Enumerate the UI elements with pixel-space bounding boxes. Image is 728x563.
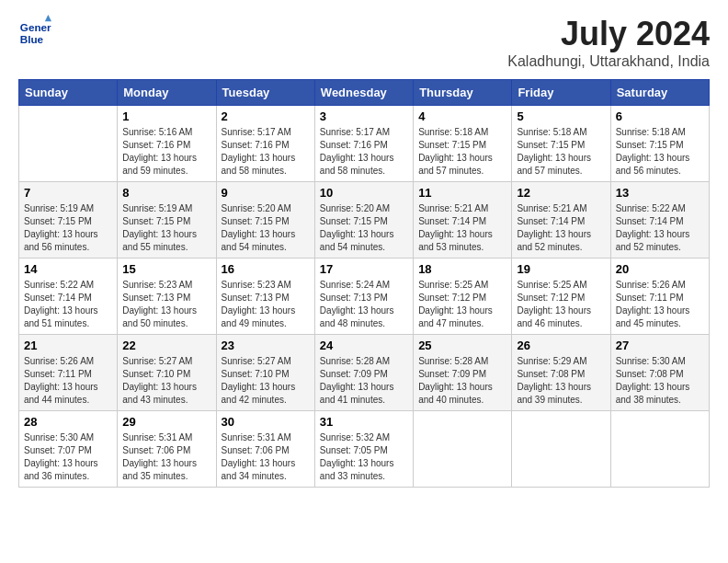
calendar-day-cell: 31Sunrise: 5:32 AMSunset: 7:05 PMDayligh… [314, 411, 413, 488]
day-info: Sunrise: 5:22 AMSunset: 7:14 PMDaylight:… [24, 279, 112, 330]
calendar-day-cell [19, 106, 118, 182]
calendar-week-row: 14Sunrise: 5:22 AMSunset: 7:14 PMDayligh… [19, 259, 710, 335]
calendar-day-cell: 24Sunrise: 5:28 AMSunset: 7:09 PMDayligh… [314, 335, 413, 411]
day-number: 19 [517, 262, 605, 276]
day-info: Sunrise: 5:16 AMSunset: 7:16 PMDaylight:… [122, 126, 210, 178]
header: General Blue July 2024 Kaladhungi, Uttar… [18, 15, 710, 70]
day-info: Sunrise: 5:21 AMSunset: 7:14 PMDaylight:… [418, 202, 506, 254]
day-info: Sunrise: 5:31 AMSunset: 7:06 PMDaylight:… [222, 431, 310, 483]
day-info: Sunrise: 5:19 AMSunset: 7:15 PMDaylight:… [24, 202, 112, 254]
calendar-table: SundayMondayTuesdayWednesdayThursdayFrid… [18, 79, 710, 488]
day-number: 11 [418, 186, 506, 200]
day-info: Sunrise: 5:30 AMSunset: 7:07 PMDaylight:… [24, 431, 112, 483]
day-info: Sunrise: 5:17 AMSunset: 7:16 PMDaylight:… [320, 126, 408, 178]
day-number: 13 [616, 186, 704, 200]
svg-text:Blue: Blue [20, 33, 44, 45]
day-number: 16 [222, 262, 310, 276]
calendar-week-row: 21Sunrise: 5:26 AMSunset: 7:11 PMDayligh… [19, 335, 710, 411]
calendar-day-cell: 30Sunrise: 5:31 AMSunset: 7:06 PMDayligh… [216, 411, 314, 488]
day-info: Sunrise: 5:29 AMSunset: 7:08 PMDaylight:… [517, 355, 605, 407]
calendar-day-cell: 18Sunrise: 5:25 AMSunset: 7:12 PMDayligh… [414, 259, 512, 335]
day-number: 26 [517, 339, 605, 352]
day-number: 24 [320, 339, 408, 352]
day-info: Sunrise: 5:18 AMSunset: 7:15 PMDaylight:… [418, 126, 506, 178]
day-info: Sunrise: 5:22 AMSunset: 7:14 PMDaylight:… [616, 202, 704, 254]
calendar-day-cell [610, 411, 709, 488]
calendar-day-cell: 7Sunrise: 5:19 AMSunset: 7:15 PMDaylight… [19, 182, 118, 259]
day-number: 28 [24, 415, 112, 429]
day-info: Sunrise: 5:26 AMSunset: 7:11 PMDaylight:… [616, 279, 704, 330]
calendar-day-cell: 2Sunrise: 5:17 AMSunset: 7:16 PMDaylight… [216, 106, 314, 182]
day-number: 7 [24, 186, 112, 200]
logo-icon: General Blue [18, 15, 51, 48]
calendar-day-cell: 10Sunrise: 5:20 AMSunset: 7:15 PMDayligh… [314, 182, 413, 259]
day-info: Sunrise: 5:18 AMSunset: 7:15 PMDaylight:… [517, 126, 605, 178]
day-info: Sunrise: 5:26 AMSunset: 7:11 PMDaylight:… [24, 355, 112, 407]
day-number: 5 [517, 109, 605, 123]
calendar-day-cell: 20Sunrise: 5:26 AMSunset: 7:11 PMDayligh… [610, 259, 709, 335]
day-number: 17 [320, 262, 408, 276]
calendar-day-cell: 12Sunrise: 5:21 AMSunset: 7:14 PMDayligh… [512, 182, 610, 259]
calendar-day-cell: 8Sunrise: 5:19 AMSunset: 7:15 PMDaylight… [118, 182, 216, 259]
day-number: 31 [320, 415, 408, 429]
weekday-header-cell: Friday [512, 80, 610, 106]
calendar-day-cell [414, 411, 512, 488]
day-info: Sunrise: 5:32 AMSunset: 7:05 PMDaylight:… [320, 431, 408, 483]
weekday-header-cell: Monday [118, 80, 216, 106]
calendar-day-cell: 1Sunrise: 5:16 AMSunset: 7:16 PMDaylight… [118, 106, 216, 182]
day-number: 12 [517, 186, 605, 200]
day-info: Sunrise: 5:25 AMSunset: 7:12 PMDaylight:… [517, 279, 605, 330]
calendar-day-cell: 25Sunrise: 5:28 AMSunset: 7:09 PMDayligh… [414, 335, 512, 411]
calendar-week-row: 28Sunrise: 5:30 AMSunset: 7:07 PMDayligh… [19, 411, 710, 488]
weekday-header-cell: Thursday [414, 80, 512, 106]
calendar-day-cell: 28Sunrise: 5:30 AMSunset: 7:07 PMDayligh… [19, 411, 118, 488]
calendar-day-cell: 26Sunrise: 5:29 AMSunset: 7:08 PMDayligh… [512, 335, 610, 411]
calendar-day-cell: 29Sunrise: 5:31 AMSunset: 7:06 PMDayligh… [118, 411, 216, 488]
day-number: 8 [122, 186, 210, 200]
title-area: July 2024 Kaladhungi, Uttarakhand, India [507, 15, 710, 70]
calendar-day-cell: 21Sunrise: 5:26 AMSunset: 7:11 PMDayligh… [19, 335, 118, 411]
day-number: 27 [616, 339, 704, 352]
calendar-day-cell: 4Sunrise: 5:18 AMSunset: 7:15 PMDaylight… [414, 106, 512, 182]
calendar-body: 1Sunrise: 5:16 AMSunset: 7:16 PMDaylight… [19, 106, 710, 488]
weekday-header-row: SundayMondayTuesdayWednesdayThursdayFrid… [19, 80, 710, 106]
day-number: 29 [122, 415, 210, 429]
day-number: 10 [320, 186, 408, 200]
calendar-week-row: 1Sunrise: 5:16 AMSunset: 7:16 PMDaylight… [19, 106, 710, 182]
logo: General Blue [18, 15, 51, 48]
day-info: Sunrise: 5:20 AMSunset: 7:15 PMDaylight:… [222, 202, 310, 254]
day-number: 2 [222, 109, 310, 123]
day-number: 23 [222, 339, 310, 352]
calendar-day-cell: 11Sunrise: 5:21 AMSunset: 7:14 PMDayligh… [414, 182, 512, 259]
day-number: 25 [418, 339, 506, 352]
day-info: Sunrise: 5:19 AMSunset: 7:15 PMDaylight:… [122, 202, 210, 254]
day-info: Sunrise: 5:27 AMSunset: 7:10 PMDaylight:… [122, 355, 210, 407]
weekday-header-cell: Tuesday [216, 80, 314, 106]
day-info: Sunrise: 5:31 AMSunset: 7:06 PMDaylight:… [122, 431, 210, 483]
calendar-day-cell: 13Sunrise: 5:22 AMSunset: 7:14 PMDayligh… [610, 182, 709, 259]
day-number: 1 [122, 109, 210, 123]
day-info: Sunrise: 5:20 AMSunset: 7:15 PMDaylight:… [320, 202, 408, 254]
calendar-day-cell: 15Sunrise: 5:23 AMSunset: 7:13 PMDayligh… [118, 259, 216, 335]
calendar-day-cell: 3Sunrise: 5:17 AMSunset: 7:16 PMDaylight… [314, 106, 413, 182]
calendar-day-cell: 27Sunrise: 5:30 AMSunset: 7:08 PMDayligh… [610, 335, 709, 411]
calendar-day-cell: 14Sunrise: 5:22 AMSunset: 7:14 PMDayligh… [19, 259, 118, 335]
calendar-day-cell: 22Sunrise: 5:27 AMSunset: 7:10 PMDayligh… [118, 335, 216, 411]
calendar-day-cell: 6Sunrise: 5:18 AMSunset: 7:15 PMDaylight… [610, 106, 709, 182]
calendar-day-cell: 16Sunrise: 5:23 AMSunset: 7:13 PMDayligh… [216, 259, 314, 335]
month-year-title: July 2024 [507, 15, 710, 53]
day-info: Sunrise: 5:23 AMSunset: 7:13 PMDaylight:… [122, 279, 210, 330]
day-info: Sunrise: 5:30 AMSunset: 7:08 PMDaylight:… [616, 355, 704, 407]
day-number: 3 [320, 109, 408, 123]
day-info: Sunrise: 5:27 AMSunset: 7:10 PMDaylight:… [222, 355, 310, 407]
calendar-day-cell: 17Sunrise: 5:24 AMSunset: 7:13 PMDayligh… [314, 259, 413, 335]
day-number: 14 [24, 262, 112, 276]
day-info: Sunrise: 5:23 AMSunset: 7:13 PMDaylight:… [222, 279, 310, 330]
day-info: Sunrise: 5:24 AMSunset: 7:13 PMDaylight:… [320, 279, 408, 330]
day-info: Sunrise: 5:25 AMSunset: 7:12 PMDaylight:… [418, 279, 506, 330]
day-info: Sunrise: 5:28 AMSunset: 7:09 PMDaylight:… [418, 355, 506, 407]
day-info: Sunrise: 5:21 AMSunset: 7:14 PMDaylight:… [517, 202, 605, 254]
day-number: 21 [24, 339, 112, 352]
day-info: Sunrise: 5:28 AMSunset: 7:09 PMDaylight:… [320, 355, 408, 407]
weekday-header-cell: Wednesday [314, 80, 413, 106]
